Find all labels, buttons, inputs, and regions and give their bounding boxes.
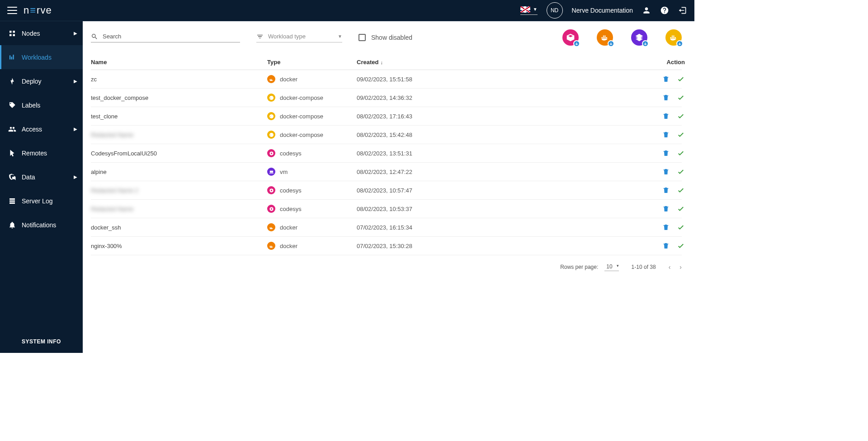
sidebar-item-data[interactable]: Data▶	[0, 165, 83, 189]
header-left: n≡rve	[7, 5, 52, 16]
docker-compose-badge-icon	[267, 94, 275, 102]
docker-compose-badge-icon	[267, 131, 275, 139]
sidebar-item-nodes[interactable]: Nodes▶	[0, 21, 83, 45]
delete-icon[interactable]	[662, 224, 670, 231]
check-icon[interactable]	[677, 186, 685, 194]
show-disabled-toggle[interactable]: Show disabled	[359, 34, 412, 41]
table-row[interactable]: zc docker 09/02/2023, 15:51:58	[91, 70, 682, 89]
avatar[interactable]: ND	[547, 2, 563, 19]
search-field[interactable]	[91, 33, 240, 42]
row-type-label: codesys	[280, 206, 302, 212]
show-disabled-label: Show disabled	[371, 34, 412, 41]
table-row[interactable]: nginx-300% docker 07/02/2023, 15:30:28	[91, 237, 682, 255]
row-type: codesys	[267, 186, 357, 194]
server-log-icon	[8, 197, 16, 205]
delete-icon[interactable]	[662, 187, 670, 194]
chevron-right-icon: ▶	[74, 31, 77, 36]
check-icon[interactable]	[677, 242, 685, 250]
add-vm-button[interactable]: +	[631, 29, 647, 46]
row-created: 08/02/2023, 17:16:43	[357, 113, 642, 120]
row-name: nginx-300%	[91, 243, 267, 249]
table-row[interactable]: Redacted Name codesys 08/02/2023, 10:53:…	[91, 200, 682, 218]
add-codesys-icon	[566, 33, 575, 42]
check-icon[interactable]	[677, 131, 685, 139]
delete-icon[interactable]	[662, 75, 670, 83]
sidebar-item-remotes[interactable]: Remotes	[0, 141, 83, 165]
prev-page-button[interactable]: ‹	[669, 263, 671, 271]
delete-icon[interactable]	[662, 94, 670, 101]
logout-icon[interactable]	[678, 6, 687, 15]
delete-icon[interactable]	[662, 205, 670, 212]
codesys-badge-icon	[267, 186, 275, 194]
row-created: 07/02/2023, 16:15:34	[357, 224, 642, 231]
add-codesys-button[interactable]: +	[562, 29, 579, 46]
sidebar-item-notifications[interactable]: Notifications	[0, 213, 83, 237]
user-icon[interactable]	[642, 6, 651, 15]
header-right: ▼ ND Nerve Documentation	[520, 2, 687, 19]
username-label: Nerve Documentation	[572, 7, 633, 14]
check-icon[interactable]	[677, 205, 685, 213]
sort-desc-icon: ↓	[380, 60, 383, 65]
access-icon	[8, 125, 16, 133]
codesys-badge-icon	[267, 205, 275, 213]
table-row[interactable]: test_docker_compose docker-compose 09/02…	[91, 89, 682, 107]
sidebar-item-deploy[interactable]: Deploy▶	[0, 69, 83, 93]
table-row[interactable]: Redacted Name docker-compose 08/02/2023,…	[91, 126, 682, 144]
search-input[interactable]	[103, 33, 240, 40]
rows-per-page-select[interactable]: 10	[604, 263, 618, 271]
sidebar-item-access[interactable]: Access▶	[0, 117, 83, 141]
plus-badge-icon: +	[608, 40, 614, 47]
check-icon[interactable]	[677, 112, 685, 120]
add-docker-compose-icon	[669, 33, 678, 42]
table-row[interactable]: CodesysFromLocalUi250 codesys 08/02/2023…	[91, 144, 682, 163]
delete-icon[interactable]	[662, 242, 670, 249]
help-icon[interactable]	[660, 6, 669, 15]
table-row[interactable]: alpine vm 08/02/2023, 12:47:22	[91, 163, 682, 181]
col-type[interactable]: Type	[267, 59, 357, 66]
row-name: CodesysFromLocalUi250	[91, 150, 267, 157]
row-created: 08/02/2023, 15:42:48	[357, 131, 642, 138]
check-icon[interactable]	[677, 75, 685, 83]
sidebar: Nodes▶WorkloadsDeploy▶LabelsAccess▶Remot…	[0, 21, 83, 353]
row-type-label: docker	[280, 76, 297, 83]
menu-toggle-icon[interactable]	[7, 7, 17, 14]
language-selector[interactable]: ▼	[520, 6, 538, 15]
search-icon	[91, 33, 98, 40]
add-docker-compose-button[interactable]: +	[665, 29, 682, 46]
table-row[interactable]: Redacted Name 2 codesys 08/02/2023, 10:5…	[91, 181, 682, 200]
delete-icon[interactable]	[662, 113, 670, 120]
workloads-table: Name Type Created↓ Action zc docker 09/0…	[91, 55, 682, 255]
sidebar-item-labels[interactable]: Labels	[0, 93, 83, 117]
workloads-icon	[8, 53, 16, 61]
sidebar-item-label: Remotes	[22, 150, 47, 157]
delete-icon[interactable]	[662, 131, 670, 138]
check-icon[interactable]	[677, 94, 685, 102]
check-icon[interactable]	[677, 223, 685, 231]
workload-type-filter[interactable]: Workload type ▼	[256, 33, 342, 42]
row-type-label: vm	[280, 169, 288, 175]
sidebar-item-label: Workloads	[22, 54, 52, 61]
sidebar-item-workloads[interactable]: Workloads	[0, 45, 83, 69]
system-info-link[interactable]: SYSTEM INFO	[0, 330, 83, 353]
chevron-right-icon: ▶	[74, 79, 77, 84]
row-type: docker	[267, 223, 357, 231]
delete-icon[interactable]	[662, 168, 670, 175]
row-type: docker	[267, 242, 357, 250]
row-name: Redacted Name 2	[91, 187, 267, 194]
check-icon[interactable]	[677, 168, 685, 176]
col-action: Action	[642, 59, 687, 66]
delete-icon[interactable]	[662, 150, 670, 157]
table-row[interactable]: test_clone docker-compose 08/02/2023, 17…	[91, 107, 682, 126]
col-name[interactable]: Name	[91, 59, 267, 66]
sidebar-item-server-log[interactable]: Server Log	[0, 189, 83, 213]
row-type: docker	[267, 75, 357, 83]
sidebar-item-label: Access	[22, 126, 42, 133]
check-icon[interactable]	[677, 149, 685, 157]
add-docker-button[interactable]: +	[597, 29, 613, 46]
row-name: docker_ssh	[91, 224, 267, 231]
next-page-button[interactable]: ›	[679, 263, 682, 271]
col-created[interactable]: Created↓	[357, 59, 642, 66]
row-type: codesys	[267, 205, 357, 213]
uk-flag-icon	[520, 6, 530, 13]
table-row[interactable]: docker_ssh docker 07/02/2023, 16:15:34	[91, 218, 682, 237]
